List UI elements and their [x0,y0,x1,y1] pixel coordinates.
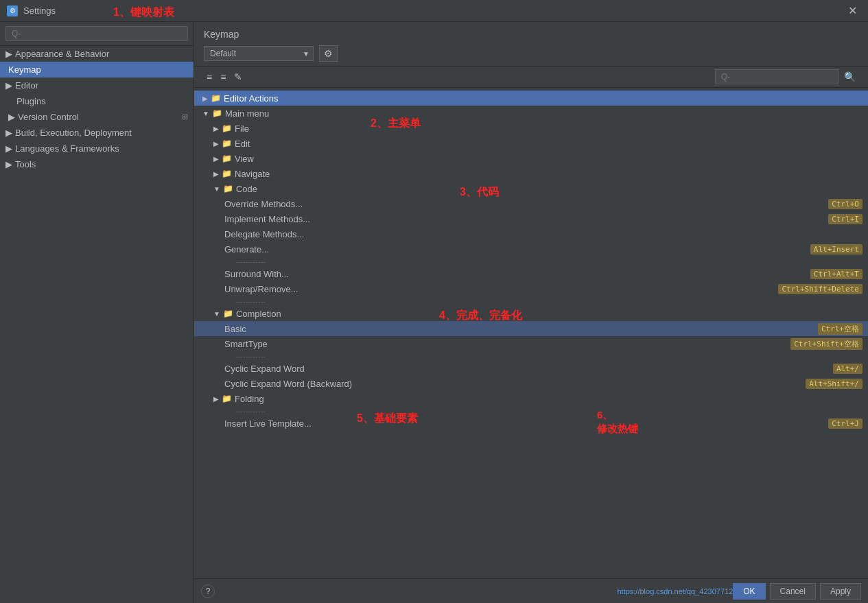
cancel-button[interactable]: Cancel [770,583,816,600]
shortcut-badge: Ctrl+Shift+空格 [790,338,863,350]
tree-area: ▶ 📁 Editor Actions ▼ 📁 Main menu ▶ 📁 [194,88,868,578]
keymap-header: Keymap Default Eclipse Emacs NetBeans 6.… [194,22,868,67]
tree-row-main-menu[interactable]: ▼ 📁 Main menu [194,106,868,121]
sidebar-item-label: Editor [15,80,38,91]
arrow-icon: ▶ [5,49,12,59]
folder-icon: 📁 [222,123,232,133]
tree-item-label: Basic [224,324,246,334]
edit-button[interactable]: ✎ [231,70,245,84]
arrow-icon: ▶ [5,80,12,91]
arrow-icon: ▶ [5,143,12,154]
tree-item-label: File [235,123,249,134]
separator-4: ------------ [194,406,868,416]
tree-row-file[interactable]: ▶ 📁 File [194,121,868,136]
sidebar-item-label: Languages & Frameworks [15,143,119,154]
bottom-left: ? [201,584,215,598]
tree-row-insert-live-template[interactable]: Insert Live Template... Ctrl+J [194,416,868,431]
title-bar: ⚙ Settings ✕ [0,0,868,22]
close-button[interactable]: ✕ [844,3,861,19]
tree-item-label: Folding [235,394,264,404]
tree-row-completion[interactable]: ▼ 📁 Completion [194,306,868,321]
sidebar-item-label: Plugins [16,96,46,106]
sidebar-item-label: Appearance & Behavior [15,49,109,59]
tree-row-generate[interactable]: Generate... Alt+Insert [194,241,868,257]
help-button[interactable]: ? [201,584,215,598]
keymap-search-input[interactable] [715,69,838,84]
apply-button[interactable]: Apply [820,583,861,600]
shortcut-badge: Ctrl+O [828,199,863,209]
sidebar-item-label: Keymap [8,64,41,75]
sidebar-item-label: Tools [15,159,36,169]
arrow-icon: ▶ [213,395,219,403]
arrow-icon: ▶ [213,170,219,178]
tree-item-label: Override Methods... [224,199,303,209]
keymap-title: Keymap [204,29,858,40]
sidebar-item-version-control[interactable]: ▶ Version Control ⊞ [0,109,193,125]
tree-row-view[interactable]: ▶ 📁 View [194,151,868,166]
tree-item-label: View [235,154,254,164]
arrow-icon: ▶ [213,140,219,147]
folder-icon: 📁 [211,93,221,103]
tree-row-cyclic-expand-word-backward[interactable]: Cyclic Expand Word (Backward) Alt+Shift+… [194,376,868,391]
tree-item-label: Editor Actions [224,93,279,104]
arrow-icon: ▼ [213,185,220,193]
arrow-icon: ▶ [213,155,219,163]
search-options-button[interactable]: 🔍 [841,70,858,84]
sidebar-item-plugins[interactable]: Plugins [0,93,193,109]
sidebar-item-appearance[interactable]: ▶ Appearance & Behavior [0,46,193,62]
right-panel: Keymap Default Eclipse Emacs NetBeans 6.… [194,22,868,603]
sidebar-search-input[interactable] [5,26,188,41]
tree-row-code[interactable]: ▼ 📁 Code [194,181,868,196]
tree-item-label: Insert Live Template... [224,418,312,429]
arrow-icon: ▶ [202,95,208,102]
separator-2: ------------ [194,296,868,306]
collapse-all-button[interactable]: ≡ [204,70,215,84]
tree-row-edit[interactable]: ▶ 📁 Edit [194,136,868,151]
tree-item-label: Navigate [235,169,270,179]
csdn-link[interactable]: https://blog.csdn.net/qq_42307712 [617,587,733,595]
keymap-dropdown[interactable]: Default Eclipse Emacs NetBeans 6.5 Visua… [204,46,314,61]
sidebar: ▶ Appearance & Behavior Keymap ▶ Editor … [0,22,194,603]
folder-icon: 📁 [223,309,233,318]
app-icon: ⚙ [7,5,18,16]
tree-row-basic[interactable]: Basic Ctrl+空格 [194,321,868,336]
tree-row-unwrap-remove[interactable]: Unwrap/Remove... Ctrl+Shift+Delete [194,281,868,296]
tree-row-navigate[interactable]: ▶ 📁 Navigate [194,166,868,181]
sidebar-list: ▶ Appearance & Behavior Keymap ▶ Editor … [0,46,193,603]
sidebar-item-keymap[interactable]: Keymap [0,62,193,78]
sidebar-item-languages[interactable]: ▶ Languages & Frameworks [0,141,193,156]
shortcut-badge: Ctrl+J [828,418,863,429]
tree-item-label: Code [236,184,257,194]
folder-icon: 📁 [222,154,232,163]
keymap-controls: Default Eclipse Emacs NetBeans 6.5 Visua… [204,45,858,62]
tree-row-editor-actions[interactable]: ▶ 📁 Editor Actions [194,91,868,106]
sidebar-item-editor[interactable]: ▶ Editor [0,78,193,93]
folder-icon: 📁 [222,169,232,178]
shortcut-badge: Ctrl+Shift+Delete [778,284,863,294]
arrow-icon: ▼ [202,110,209,117]
expand-all-button[interactable]: ≡ [218,70,228,84]
tree-row-delegate-methods[interactable]: Delegate Methods... [194,226,868,241]
tree-item-label: Cyclic Expand Word (Backward) [224,379,352,389]
sidebar-item-label: Version Control [18,112,79,122]
tree-item-label: Main menu [225,108,269,119]
tree-row-implement-methods[interactable]: Implement Methods... Ctrl+I [194,211,868,226]
arrow-icon: ▶ [213,125,219,132]
tree-row-folding[interactable]: ▶ 📁 Folding [194,391,868,406]
tree-row-surround-with[interactable]: Surround With... Ctrl+Alt+T [194,266,868,281]
tree-item-label: Surround With... [224,269,289,279]
tree-item-label: SmartType [224,339,268,349]
window-title: Settings [23,5,844,16]
tree-row-override-methods[interactable]: Override Methods... Ctrl+O [194,196,868,211]
tree-item-label: Edit [235,139,250,149]
folder-icon: 📁 [223,184,233,193]
tree-row-cyclic-expand-word[interactable]: Cyclic Expand Word Alt+/ [194,361,868,376]
tree-row-smarttype[interactable]: SmartType Ctrl+Shift+空格 [194,336,868,351]
sidebar-item-tools[interactable]: ▶ Tools [0,156,193,172]
gear-button[interactable]: ⚙ [319,45,338,62]
folder-icon: 📁 [212,108,222,118]
bottom-buttons: OK Cancel Apply [733,583,861,600]
ok-button[interactable]: OK [733,583,765,600]
sidebar-search-bar [0,22,193,46]
sidebar-item-build[interactable]: ▶ Build, Execution, Deployment [0,125,193,141]
